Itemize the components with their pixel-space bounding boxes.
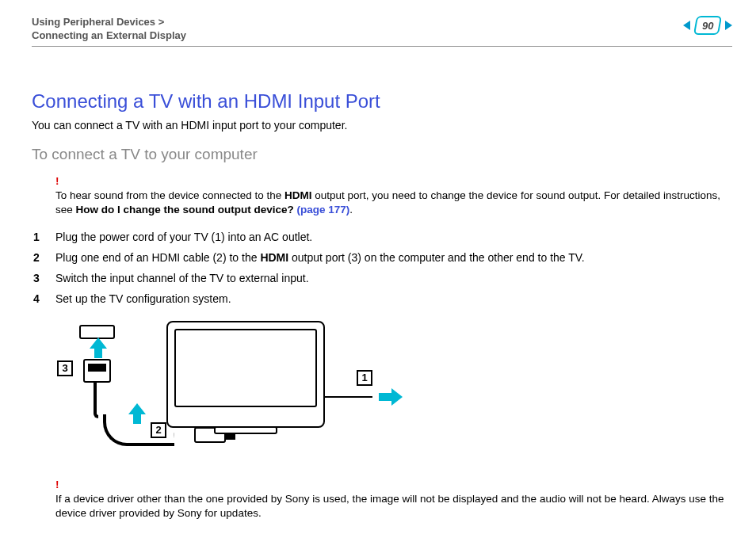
callout-3: 3	[57, 360, 73, 376]
tv-icon	[166, 321, 325, 428]
note1-link[interactable]: (page 177)	[297, 204, 350, 216]
callout-2: 2	[151, 422, 166, 438]
note-driver-warning: ! If a device driver other than the one …	[55, 478, 732, 521]
step-text: Switch the input channel of the TV to ex…	[55, 272, 309, 284]
section-subheading: To connect a TV to your computer	[32, 146, 732, 163]
page-number: 90	[702, 20, 713, 32]
page-title: Connecting a TV with an HDMI Input Port	[32, 90, 732, 113]
step-number: 4	[32, 292, 55, 305]
connection-diagram: 1 2 3	[55, 321, 412, 463]
note1-bold2: How do I change the sound output device?	[76, 204, 297, 216]
prev-page-icon[interactable]	[683, 21, 690, 30]
breadcrumb-line2: Connecting an External Display	[32, 29, 186, 41]
warning-icon: !	[55, 175, 59, 187]
header-rule	[32, 46, 732, 47]
intro-text: You can connect a TV with an HDMI input …	[32, 119, 732, 132]
step-number: 3	[32, 272, 55, 284]
step-3: 3 Switch the input channel of the TV to …	[32, 272, 732, 284]
page-header: Using Peripheral Devices > Connecting an…	[32, 16, 732, 41]
callout-1: 1	[357, 370, 372, 386]
note1-bold1: HDMI	[284, 189, 312, 201]
breadcrumb: Using Peripheral Devices > Connecting an…	[32, 16, 186, 41]
step-2: 2 Plug one end of an HDMI cable (2) to t…	[32, 251, 732, 264]
step-1: 1 Plug the power cord of your TV (1) int…	[32, 231, 732, 243]
breadcrumb-line1: Using Peripheral Devices >	[32, 16, 186, 28]
page-number-badge: 90	[693, 16, 722, 35]
step-text: Plug one end of an HDMI cable (2) to the…	[55, 251, 585, 264]
warning-icon: !	[55, 479, 59, 490]
arrow-right-icon	[379, 391, 401, 403]
cable-icon	[94, 383, 98, 418]
steps-list: 1 Plug the power cord of your TV (1) int…	[32, 231, 732, 305]
hdmi-plug-icon	[83, 359, 111, 383]
note1-text-after: .	[349, 204, 353, 216]
next-page-icon[interactable]	[725, 21, 732, 30]
page-navigator: 90	[683, 16, 732, 35]
step-4: 4 Set up the TV configuration system.	[32, 292, 732, 305]
note1-text-before: To hear sound from the device connected …	[55, 189, 284, 201]
step-text: Plug the power cord of your TV (1) into …	[55, 231, 312, 243]
note2-text: If a device driver other than the one pr…	[55, 493, 724, 519]
step-number: 1	[32, 231, 55, 243]
step-number: 2	[32, 251, 55, 264]
power-line-icon	[325, 396, 372, 398]
tv-stand-icon	[214, 426, 277, 434]
note-sound-output: ! To hear sound from the device connecte…	[55, 174, 732, 218]
step-text: Set up the TV configuration system.	[55, 292, 231, 305]
arrow-up-icon	[131, 406, 143, 424]
arrow-up-icon	[92, 341, 105, 358]
